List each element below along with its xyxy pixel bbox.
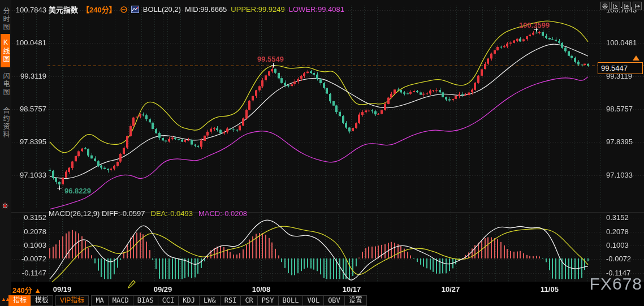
chart-canvas[interactable] [0, 0, 644, 306]
toolbar-item-boll[interactable]: BOLL [278, 295, 304, 306]
toolbar-item-obv[interactable]: OBV [323, 295, 345, 306]
date-label-4: 10/27 [442, 285, 460, 294]
macd-diff-label: MACD(26,12,9) DIFF:-0.0597 [49, 209, 145, 218]
toolbar-item-vip-indicator[interactable]: VIP指标 [55, 295, 89, 306]
toolbar-item-kdj[interactable]: KDJ [178, 295, 200, 306]
chart-tool-buttons [600, 2, 642, 10]
compress-x-axis-icon[interactable] [611, 2, 620, 10]
last-price-tag[interactable]: 99.5447 [598, 62, 643, 74]
price-tick-right-1: 100.0481 [606, 38, 637, 47]
macd-tick-left-1: 0.2078 [11, 227, 46, 236]
price-tick-left-4: 97.8395 [11, 137, 46, 146]
macd-tick-left-4: -0.1147 [11, 269, 46, 277]
macd-tick-right-1: 0.2078 [606, 227, 629, 236]
toolbar-item-vol[interactable]: VOL [302, 295, 324, 306]
sidebar-tab-time-chart[interactable]: 分时图 [1, 2, 10, 36]
date-axis: 240分 ▲ 09/1909/2910/0810/1710/2711/05 [0, 285, 644, 295]
date-label-1: 09/29 [154, 285, 172, 294]
toolbar-item-cr[interactable]: CR [240, 295, 257, 306]
macd-tick-right-3: -0.0072 [606, 255, 631, 263]
toolbar-item-rsi[interactable]: RSI [220, 295, 241, 306]
trading-app-window: 分时图K线图闪电图合约资料 美元指数 【240分】 BOLL(20,2) MID… [0, 0, 644, 306]
left-sidebar: 分时图K线图闪电图合约资料 [0, 0, 11, 306]
crosshair-move-icon[interactable] [600, 2, 610, 10]
scroll-right-icon[interactable] [633, 2, 642, 10]
annotation-2: 96.8229 [64, 187, 91, 195]
macd-header: MACD(26,12,9) DIFF:-0.0597 DEA:-0.0493 M… [49, 209, 247, 218]
toolbar-item-ma[interactable]: MA [91, 295, 108, 306]
toolbar-item-settings[interactable]: 设置 [344, 295, 367, 306]
period-selector[interactable]: 240分 ▲ [12, 285, 41, 295]
boll-upper-value: UPPER:99.9249 [231, 5, 284, 14]
annotation-1: 100.3599 [519, 21, 550, 29]
timeframe-label[interactable]: 【240分】 [82, 4, 116, 15]
toolbar-item-indicator[interactable]: 指标 [8, 295, 31, 306]
date-label-2: 10/08 [252, 285, 271, 294]
date-label-3: 10/17 [343, 285, 361, 294]
alarm-icon[interactable] [2, 202, 8, 209]
price-tick-left-1: 100.0481 [11, 38, 46, 47]
alert-clock-icon[interactable] [120, 6, 127, 13]
macd-tick-left-0: 0.3152 [11, 213, 46, 222]
boll-mid-value: MID:99.6665 [185, 5, 227, 14]
macd-tick-left-3: -0.0072 [11, 255, 46, 263]
indicator-chart-icon[interactable] [131, 6, 139, 13]
toolbar-item-lwr[interactable]: LW& [199, 295, 221, 306]
macd-tick-left-2: 0.1003 [11, 241, 46, 249]
price-tick-right-5: 97.1033 [606, 171, 633, 179]
toolbar-item-bias[interactable]: BIAS [133, 295, 158, 306]
date-label-5: 11/05 [541, 285, 559, 294]
price-tick-right-4: 97.8395 [606, 137, 633, 146]
symbol-name: 美元指数 [49, 4, 78, 15]
price-tick-left-0: 100.7843 [11, 6, 46, 14]
fx678-watermark: FX678 [590, 274, 642, 294]
toolbar-item-template[interactable]: 模板 [31, 295, 53, 306]
date-label-0: 09/19 [53, 285, 72, 294]
macd-tick-right-0: 0.3152 [606, 213, 629, 222]
sidebar-tab-flash-chart[interactable]: 闪电图 [1, 67, 10, 101]
indicator-toolbar: 指标模板VIP指标MAMACDBIASCCIKDJLW&RSICRPSYBOLL… [9, 295, 367, 306]
toolbar-item-macd[interactable]: MACD [108, 295, 133, 306]
macd-dea-label: DEA:-0.0493 [151, 209, 193, 218]
macd-value-label: MACD:-0.0208 [198, 209, 247, 218]
chart-header: 美元指数 【240分】 BOLL(20,2) MID:99.6665 UPPER… [49, 4, 344, 15]
price-tick-left-3: 98.5757 [11, 105, 46, 113]
sidebar-tab-kline-chart[interactable]: K线图 [1, 34, 10, 67]
price-tick-left-5: 97.1033 [11, 171, 46, 179]
alert-arrow-icon[interactable] [633, 55, 639, 61]
boll-lower-value: LOWER:99.4081 [289, 5, 344, 14]
sidebar-tab-contract-info[interactable]: 合约资料 [1, 101, 10, 144]
corner-marker-icon: ▲▲ [1, 296, 9, 302]
price-tick-right-3: 98.5757 [606, 105, 633, 113]
toolbar-item-psy[interactable]: PSY [257, 295, 279, 306]
macd-tick-right-2: 0.1003 [606, 241, 629, 249]
annotation-0: 99.5549 [257, 55, 284, 63]
expand-x-axis-icon[interactable] [622, 2, 631, 10]
price-tick-left-2: 99.3119 [11, 72, 46, 80]
toolbar-item-cci[interactable]: CCI [158, 295, 179, 306]
boll-param-label: BOLL(20,2) [143, 5, 181, 14]
